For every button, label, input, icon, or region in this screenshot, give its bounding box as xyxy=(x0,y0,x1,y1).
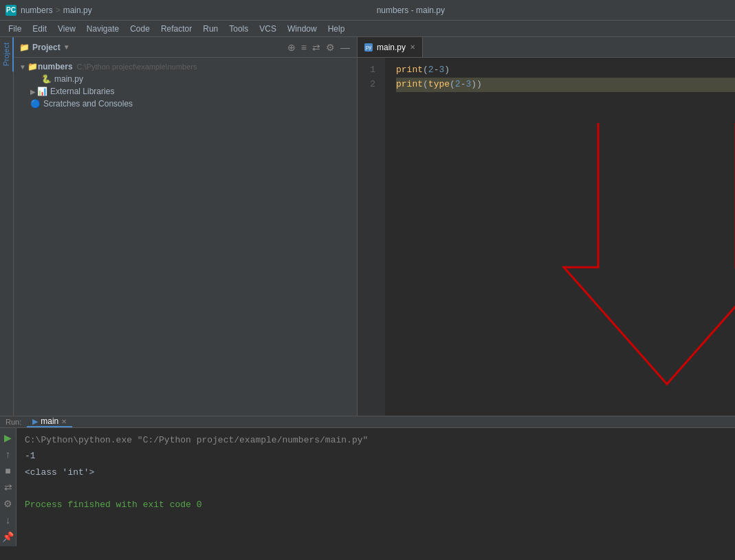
run-tab-main[interactable]: ▶ main ✕ xyxy=(27,416,72,427)
run-settings-btn[interactable]: ⚙ xyxy=(2,497,14,511)
left-tab: Project xyxy=(0,37,14,416)
action-list[interactable]: ≡ xyxy=(300,42,308,53)
action-settings[interactable]: ⚙ xyxy=(325,42,336,53)
tab-mainpy-label: main.py xyxy=(377,43,406,52)
line-num-2: 2 xyxy=(358,78,380,92)
tree-arrow-root: ▼ xyxy=(19,63,26,71)
run-pin-btn[interactable]: 📌 xyxy=(1,530,15,544)
run-output: C:\Python\python.exe "C:/Python project/… xyxy=(17,428,735,546)
menu-tools[interactable]: Tools xyxy=(223,23,254,35)
run-scroll-up-btn[interactable]: ↑ xyxy=(4,447,12,461)
tab-close-btn[interactable]: ✕ xyxy=(410,43,415,51)
run-command-line: C:\Python\python.exe "C:/Python project/… xyxy=(25,432,727,448)
root-folder-name: numbers xyxy=(38,62,73,71)
title-bar: PC numbers > main.py numbers - main.py xyxy=(0,0,735,21)
line-num-1: 1 xyxy=(358,63,380,78)
code-area[interactable]: 1 2 print(2-3) print(type(2-3)) xyxy=(358,58,735,416)
dropdown-icon[interactable]: ▼ xyxy=(63,43,70,51)
run-wrap-btn[interactable]: ⇄ xyxy=(3,480,14,494)
run-result-2: <class 'int'> xyxy=(25,464,727,480)
main-area: Project 📁 Project ▼ ⊕ ≡ ⇄ ⚙ — xyxy=(0,37,735,539)
run-label: Run: xyxy=(6,418,21,426)
menu-view[interactable]: View xyxy=(52,23,81,35)
project-label-text: Project xyxy=(32,43,61,52)
folder-icon: 📁 xyxy=(19,43,30,52)
action-swap[interactable]: ⇄ xyxy=(311,42,322,53)
code-content[interactable]: print(2-3) print(type(2-3)) xyxy=(385,58,735,416)
run-empty-line xyxy=(25,480,727,496)
editor-tabs: py main.py ✕ xyxy=(358,37,735,58)
scratch-icon: 🔵 xyxy=(30,99,41,109)
sidebar-actions: ⊕ ≡ ⇄ ⚙ — xyxy=(286,42,351,53)
py-file-icon: 🐍 xyxy=(41,74,52,84)
action-add[interactable]: ⊕ xyxy=(286,42,297,53)
project-label: 📁 Project ▼ xyxy=(19,43,70,52)
menu-refactor[interactable]: Refactor xyxy=(155,23,197,35)
root-folder-path: C:\Python project\example\numbers xyxy=(77,63,197,71)
run-tab-icon: ▶ xyxy=(32,417,38,426)
run-tab-close[interactable]: ✕ xyxy=(61,418,67,425)
action-minimize[interactable]: — xyxy=(339,42,351,53)
breadcrumb-file: main.py xyxy=(63,5,92,15)
menu-help[interactable]: Help xyxy=(322,23,351,35)
run-tabs: Run: ▶ main ✕ xyxy=(0,416,735,428)
menu-window[interactable]: Window xyxy=(282,23,322,35)
code-line-2: print(type(2-3)) xyxy=(396,78,735,92)
tree-item-scratch[interactable]: 🔵 Scratches and Consoles xyxy=(14,98,357,110)
run-stop-btn[interactable]: ■ xyxy=(3,464,12,478)
folder-icon-root: 📁 xyxy=(28,62,38,71)
run-tab-label: main xyxy=(41,416,58,426)
scratch-label: Scratches and Consoles xyxy=(43,99,133,109)
tab-mainpy[interactable]: py main.py ✕ xyxy=(358,37,423,57)
menu-code[interactable]: Code xyxy=(124,23,155,35)
mainpy-label: main.py xyxy=(54,74,83,84)
window-title: numbers - main.py xyxy=(92,5,729,15)
breadcrumb: numbers > main.py xyxy=(21,5,92,15)
run-toolbar: ▶ ↑ ■ ⇄ ⚙ ↓ 📌 xyxy=(0,428,17,546)
menu-bar: File Edit View Navigate Code Refactor Ru… xyxy=(0,21,735,37)
menu-edit[interactable]: Edit xyxy=(27,23,52,35)
menu-run[interactable]: Run xyxy=(197,23,223,35)
breadcrumb-project: numbers xyxy=(21,5,53,15)
run-scroll-down-btn[interactable]: ↓ xyxy=(4,513,12,527)
menu-vcs[interactable]: VCS xyxy=(254,23,282,35)
menu-navigate[interactable]: Navigate xyxy=(81,23,124,35)
line-numbers: 1 2 xyxy=(358,58,385,416)
project-vtab[interactable]: Project xyxy=(0,37,14,71)
tree-item-mainpy[interactable]: 🐍 main.py xyxy=(14,73,357,85)
breadcrumb-sep: > xyxy=(56,5,61,15)
editor-area: Project 📁 Project ▼ ⊕ ≡ ⇄ ⚙ — xyxy=(0,37,735,416)
run-panel: Run: ▶ main ✕ ▶ ↑ ■ ⇄ ⚙ ↓ 📌 C:\Python\py… xyxy=(0,416,735,539)
run-content-area: ▶ ↑ ■ ⇄ ⚙ ↓ 📌 C:\Python\python.exe "C:/P… xyxy=(0,428,735,546)
arrow-annotation xyxy=(529,116,735,391)
extlib-label: External Libraries xyxy=(50,87,114,96)
menu-file[interactable]: File xyxy=(3,23,27,35)
tab-file-icon: py xyxy=(364,43,373,52)
code-line-1: print(2-3) xyxy=(396,63,735,78)
sidebar-header: 📁 Project ▼ ⊕ ≡ ⇄ ⚙ — xyxy=(14,37,357,58)
tree-item-extlib[interactable]: ▶ 📊 External Libraries xyxy=(14,85,357,98)
tree-item-root[interactable]: ▼ 📁 numbers C:\Python project\example\nu… xyxy=(14,60,357,73)
editor-panel: py main.py ✕ 1 2 print(2-3) print(type(2… xyxy=(358,37,735,416)
tree-arrow-extlib: ▶ xyxy=(30,88,36,96)
run-exit-code: Process finished with exit code 0 xyxy=(25,497,727,513)
run-play-btn[interactable]: ▶ xyxy=(3,431,13,445)
sidebar: 📁 Project ▼ ⊕ ≡ ⇄ ⚙ — ▼ 📁 numbers xyxy=(14,37,358,416)
run-result-1: -1 xyxy=(25,448,727,464)
app-icon: PC xyxy=(6,5,17,16)
project-tree: ▼ 📁 numbers C:\Python project\example\nu… xyxy=(14,58,357,416)
extlib-icon: 📊 xyxy=(37,87,47,96)
